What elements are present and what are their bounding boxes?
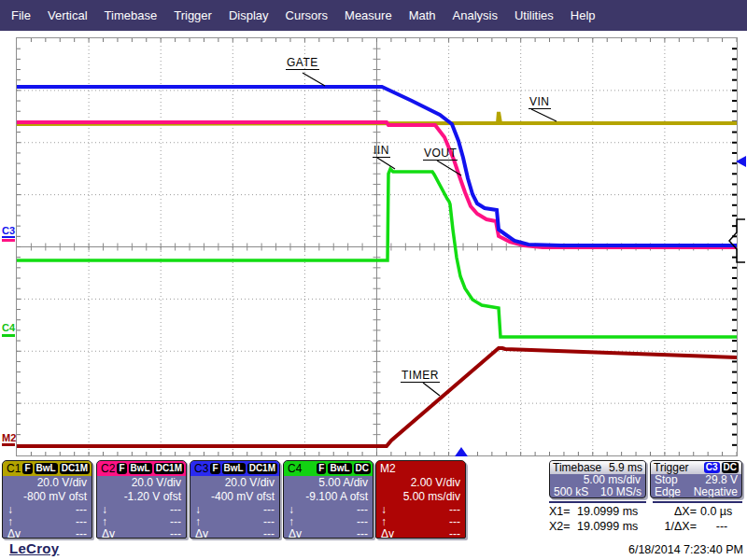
channel-id: C1 bbox=[5, 462, 21, 475]
trigger-source-badge: C3 bbox=[704, 462, 720, 473]
trace-label-iin: IIN bbox=[373, 145, 390, 158]
dx-value: 0.0 µs bbox=[700, 504, 743, 519]
channel-box-c3-header: C3 F BwL DC1M bbox=[190, 461, 279, 476]
channel-offset: -9.100 A ofst bbox=[284, 490, 373, 504]
inv-dx-label: 1/ΔX= bbox=[654, 519, 700, 534]
badge-bandwidth: BwL bbox=[129, 463, 152, 474]
menu-cursors[interactable]: Cursors bbox=[286, 8, 329, 22]
badge-filter: F bbox=[317, 463, 326, 474]
math-scale: 2.00 V/div bbox=[376, 476, 465, 490]
trigger-slope: Negative bbox=[694, 486, 738, 498]
menu-timebase[interactable]: Timebase bbox=[105, 8, 158, 22]
marker-c3[interactable]: C3 bbox=[2, 226, 15, 236]
delta-y-value: --- bbox=[76, 528, 87, 539]
label-leader-line bbox=[303, 73, 325, 86]
badge-coupling: DC1M bbox=[247, 463, 277, 474]
delta-y-value: --- bbox=[170, 528, 181, 539]
trace-label-timer: TIMER bbox=[401, 370, 440, 383]
badge-coupling: DC1M bbox=[154, 463, 184, 474]
channel-box-c1[interactable]: C1 F BwL DC1M 20.0 V/div -800 mV ofst ↓-… bbox=[2, 460, 92, 539]
channel-id: C4 bbox=[286, 462, 302, 475]
timebase-box[interactable]: Timebase 5.9 ms 5.00 ms/div 500 kS 10 MS… bbox=[549, 460, 646, 498]
inv-dx-value: --- bbox=[700, 519, 743, 534]
marker-c3-bar bbox=[2, 236, 15, 238]
trace-label-vin: VIN bbox=[529, 96, 551, 109]
channel-scale: 20.0 V/div bbox=[190, 476, 279, 490]
lecroy-logo: LeCroy bbox=[9, 540, 59, 556]
menu-trigger[interactable]: Trigger bbox=[174, 8, 212, 22]
menu-measure[interactable]: Measure bbox=[345, 8, 392, 22]
badge-filter: F bbox=[210, 463, 219, 474]
trigger-box[interactable]: Trigger C3 DC Stop 29.8 V Edge Negative bbox=[650, 460, 742, 498]
channel-box-c3[interactable]: C3 F BwL DC1M 20.0 V/div -400 mV ofst ↓-… bbox=[190, 460, 280, 539]
badge-bandwidth: BwL bbox=[328, 463, 351, 474]
trigger-coupling-badge: DC bbox=[722, 462, 739, 473]
delta-y-value: --- bbox=[449, 528, 460, 539]
marker-c4-bar bbox=[2, 334, 15, 337]
menu-utilities[interactable]: Utilities bbox=[514, 8, 554, 22]
math-timebase: 5.00 ms/div bbox=[376, 490, 465, 504]
channel-box-c4[interactable]: C4 F BwL DC 5.00 A/div -9.100 A ofst ↓--… bbox=[283, 460, 374, 539]
dx-label: ΔX= bbox=[654, 504, 700, 519]
badge-coupling: DC1M bbox=[60, 463, 90, 474]
menu-display[interactable]: Display bbox=[229, 8, 269, 22]
trigger-type: Edge bbox=[655, 486, 681, 498]
channel-box-c1-header: C1 F BwL DC1M bbox=[3, 461, 92, 476]
menu-analysis[interactable]: Analysis bbox=[453, 8, 498, 22]
channel-box-c2-header: C2 F BwL DC1M bbox=[97, 461, 186, 476]
trace-label-vout: VOUT bbox=[423, 147, 458, 161]
marker-m2-bar bbox=[2, 443, 15, 446]
marker-c2-bar bbox=[2, 239, 15, 242]
marker-m2[interactable]: M2 bbox=[2, 433, 16, 443]
channel-offset: -1.20 V ofst bbox=[97, 490, 186, 504]
trigger-title: Trigger bbox=[654, 461, 689, 474]
trigger-time-marker-icon[interactable] bbox=[455, 447, 468, 456]
menu-file[interactable]: File bbox=[11, 8, 31, 22]
right-edge-bracket-icon bbox=[728, 218, 747, 263]
marker-c4[interactable]: C4 bbox=[2, 323, 15, 333]
delta-y-label: Δy bbox=[7, 528, 21, 539]
delta-y-value: --- bbox=[357, 528, 368, 539]
trace-id: M2 bbox=[378, 462, 396, 475]
channel-scale: 20.0 V/div bbox=[97, 476, 186, 490]
channel-id: C2 bbox=[99, 462, 115, 475]
delta-y-value: --- bbox=[263, 528, 275, 539]
datetime: 6/18/2014 7:23:40 PM bbox=[628, 543, 743, 556]
menu-vertical[interactable]: Vertical bbox=[48, 8, 88, 22]
delta-y-label: Δy bbox=[195, 528, 208, 539]
delta-y-label: Δy bbox=[102, 528, 115, 539]
label-leader-line bbox=[423, 383, 440, 396]
timebase-samples: 500 kS bbox=[554, 486, 588, 498]
badge-bandwidth: BwL bbox=[35, 463, 58, 474]
math-box-m2-header: M2 bbox=[376, 461, 465, 476]
label-leader-line bbox=[531, 109, 557, 121]
menu-help[interactable]: Help bbox=[571, 8, 596, 22]
badge-coupling: DC bbox=[354, 463, 371, 474]
channel-offset: -400 mV ofst bbox=[190, 490, 279, 504]
cursor-divider-left bbox=[549, 501, 646, 503]
channel-id: C3 bbox=[192, 462, 208, 475]
channel-offset: -800 mV ofst bbox=[3, 490, 92, 504]
x1-label: X1= bbox=[549, 504, 577, 519]
delta-y-label: Δy bbox=[289, 528, 302, 539]
channel-box-c4-header: C4 F BwL DC bbox=[284, 461, 373, 476]
x1-value: 19.0999 ms bbox=[577, 504, 654, 519]
timebase-title: Timebase bbox=[553, 461, 601, 474]
badge-filter: F bbox=[117, 463, 126, 474]
x2-label: X2= bbox=[549, 519, 577, 534]
trigger-level-arrow-icon[interactable] bbox=[736, 156, 746, 167]
math-box-m2[interactable]: M2 2.00 V/div 5.00 ms/div ↓--- ↑--- Δy--… bbox=[375, 460, 466, 539]
channel-scale: 5.00 A/div bbox=[284, 476, 373, 490]
badge-filter: F bbox=[22, 463, 32, 474]
timebase-value: 5.9 ms bbox=[609, 461, 642, 474]
x2-value: 19.0999 ms bbox=[577, 519, 654, 534]
delta-y-label: Δy bbox=[381, 528, 394, 539]
cursor-divider-right bbox=[653, 501, 742, 503]
menu-bar: File Vertical Timebase Trigger Display C… bbox=[0, 0, 747, 31]
timebase-rate: 10 MS/s bbox=[600, 486, 641, 498]
waveform-plot bbox=[17, 38, 737, 455]
channel-scale: 20.0 V/div bbox=[3, 476, 92, 490]
menu-math[interactable]: Math bbox=[409, 8, 436, 22]
channel-box-c2[interactable]: C2 F BwL DC1M 20.0 V/div -1.20 V ofst ↓-… bbox=[96, 460, 187, 539]
trace-label-gate: GATE bbox=[286, 57, 319, 70]
